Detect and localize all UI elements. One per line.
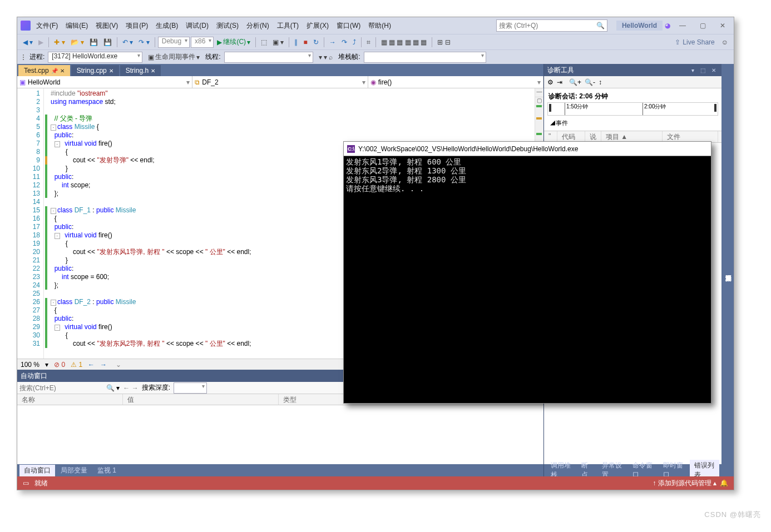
nav-member[interactable]: ◉fire() (368, 76, 543, 88)
menu-item[interactable]: 编辑(E) (62, 19, 91, 33)
menu-item[interactable]: 文件(F) (33, 19, 61, 33)
pause-button[interactable]: ∥ (292, 37, 300, 47)
diag-body: 诊断会话: 2:06 分钟 1:50分钟 2:00分钟 ◢事件 (544, 88, 721, 131)
thread-combo[interactable] (224, 52, 313, 63)
nav-scope[interactable]: ▣HelloWorld (17, 76, 192, 88)
main-toolbar: ◀ ▾ ▶ ✚ ▾ 📂 ▾ 💾 💾 ↶ ▾ ↷ ▾ Debug x86 ▶ 继续… (17, 34, 734, 49)
ready-label: 就绪 (34, 479, 48, 488)
restart-button[interactable]: ↻ (311, 37, 321, 47)
nav-menu[interactable]: ⌄ (116, 361, 121, 369)
tool-a[interactable]: ⬚ (259, 37, 269, 47)
step-out-button[interactable]: ⤴ (350, 37, 358, 47)
gutter: 1234567891011121314151617181920212223242… (17, 88, 44, 359)
step-over-button[interactable]: ↷ (339, 37, 349, 47)
bottom-tabs-right: 调用堆栈断点异常设置命令窗口即时窗口错误列表 (544, 464, 721, 476)
continue-button[interactable]: ▶ 继续(C) ▾ (215, 36, 253, 48)
search-icon[interactable]: 🔍 ▾ (106, 384, 120, 392)
minimize-button[interactable]: — (675, 19, 690, 32)
thread-filter[interactable]: ▾ ▾ ⌕ (317, 52, 335, 62)
split-button[interactable]: — (535, 88, 543, 97)
config-combo[interactable]: Debug (158, 37, 190, 48)
bottom-tab[interactable]: 自动窗口 (19, 465, 55, 476)
new-button[interactable]: ✚ ▾ (52, 37, 67, 47)
bottom-tab[interactable]: 错误列表 (690, 460, 719, 476)
console-window[interactable]: C:\ Y:\002_WorkSpace\002_VS\HelloWorld\H… (343, 141, 711, 404)
diag-events[interactable]: ◢事件 (546, 118, 719, 128)
vs-window: 文件(F)编辑(E)视图(V)项目(P)生成(B)调试(D)测试(S)分析(N)… (17, 17, 734, 490)
window-btns[interactable]: ⊞ ⊟ (435, 37, 452, 47)
bottom-tab[interactable]: 即时窗口 (659, 460, 688, 476)
search-input[interactable] (499, 22, 596, 29)
menu-item[interactable]: 工具(T) (274, 19, 302, 33)
tab[interactable]: String.cpp✕ (71, 65, 119, 76)
nav-fwd-button[interactable]: ▶ (36, 37, 46, 47)
console-icon: C:\ (347, 145, 355, 153)
solution-explorer-tab[interactable]: 解决方案资源管理器 (721, 64, 734, 476)
menu-item[interactable]: 窗口(W) (333, 19, 364, 33)
menu-item[interactable]: 调试(D) (182, 19, 212, 33)
zoom-in-icon[interactable]: 🔍+ (569, 78, 581, 86)
zoom-level[interactable]: 100 % (21, 361, 39, 369)
lifecycle-button[interactable]: ▣ 生命周期事件 ▾ (146, 51, 202, 63)
search-box[interactable]: 🔍 (496, 19, 607, 32)
warning-count[interactable]: ⚠ 1 (71, 361, 82, 369)
gear-icon[interactable]: ⚙ (547, 78, 553, 86)
tab[interactable]: Test.cpp📌✕ (18, 65, 70, 76)
undo-button[interactable]: ↶ ▾ (120, 37, 135, 47)
tool-b[interactable]: ▣ ▾ (270, 37, 286, 47)
menu-item[interactable]: 生成(B) (152, 19, 181, 33)
comment-button[interactable]: ⌗ (364, 37, 373, 47)
account-icon[interactable]: ◕ (665, 22, 670, 29)
zoom-out-icon[interactable]: 🔍- (585, 78, 595, 86)
menu-item[interactable]: 视图(V) (92, 19, 121, 33)
open-button[interactable]: 📂 ▾ (68, 37, 86, 47)
panel-controls[interactable]: ▾ ⬚ ✕ (691, 67, 718, 73)
depth-combo[interactable] (174, 382, 207, 394)
session-value: 2:06 分钟 (579, 92, 607, 100)
reset-zoom-icon[interactable]: ↕ (599, 78, 602, 86)
diag-title: 诊断工具 ▾ ⬚ ✕ (544, 64, 721, 76)
marker-column (44, 88, 50, 359)
notify-icon[interactable]: 🔔 (720, 479, 728, 487)
step-into-button[interactable]: → (327, 37, 338, 47)
error-count[interactable]: ⊘ 0 (54, 361, 65, 369)
menu-item[interactable]: 项目(P) (122, 19, 151, 33)
save-button[interactable]: 💾 (87, 37, 100, 47)
save-all-button[interactable]: 💾 (101, 37, 114, 47)
nav-class[interactable]: ⧉DF_2 (192, 76, 368, 88)
bottom-tab[interactable]: 监视 1 (93, 465, 121, 476)
tab[interactable]: String.h✕ (120, 65, 161, 76)
menu-item[interactable]: 扩展(X) (303, 19, 332, 33)
diag-toolbar: ⚙ ⇥ 🔍+ 🔍- ↕ (544, 76, 721, 88)
platform-combo[interactable]: x86 (191, 37, 214, 48)
redo-button[interactable]: ↷ ▾ (136, 37, 151, 47)
menu-item[interactable]: 测试(S) (213, 19, 242, 33)
bottom-tab[interactable]: 局部变量 (56, 465, 92, 476)
bottom-tab[interactable]: 调用堆栈 (546, 460, 576, 476)
menu-item[interactable]: 帮助(H) (365, 19, 394, 33)
console-titlebar[interactable]: C:\ Y:\002_WorkSpace\002_VS\HelloWorld\H… (344, 142, 711, 156)
indent-btns[interactable]: ▦ ▦ ▦ ▦ ▦ ▦ (379, 37, 429, 47)
maximize-button[interactable]: ▢ (695, 19, 710, 32)
bottom-tab[interactable]: 异常设置 (597, 460, 627, 476)
diag-timeline[interactable]: 1:50分钟 2:00分钟 (547, 102, 718, 116)
vs-logo-icon (21, 21, 31, 31)
out-icon[interactable]: ⇥ (557, 78, 562, 86)
autos-search-input[interactable] (19, 384, 103, 392)
stop-button[interactable]: ■ (301, 37, 309, 47)
bottom-tab[interactable]: 命令窗口 (628, 460, 658, 476)
scm-button[interactable]: ↑ 添加到源代码管理 ▴ (653, 479, 716, 488)
process-combo[interactable]: [3172] HelloWorld.exe (48, 52, 142, 63)
bottom-tab[interactable]: 断点 (577, 460, 596, 476)
console-body[interactable]: 发射东风1导弹, 射程 600 公里 发射东风2导弹, 射程 1300 公里 发… (344, 156, 711, 403)
nav-prev[interactable]: ← (88, 361, 95, 369)
titlebar: 文件(F)编辑(E)视图(V)项目(P)生成(B)调试(D)测试(S)分析(N)… (17, 17, 734, 34)
feedback-icon[interactable]: ☺ (719, 37, 730, 47)
nav-next[interactable]: → (100, 361, 107, 369)
stackframe-combo[interactable] (364, 52, 486, 63)
close-button[interactable]: ✕ (715, 19, 730, 32)
menu-item[interactable]: 分析(N) (243, 19, 273, 33)
nav-back-button[interactable]: ◀ ▾ (21, 37, 35, 47)
tab-strip: Test.cpp📌✕String.cpp✕String.h✕ (17, 64, 543, 76)
live-share-button[interactable]: ⇪ Live Share (671, 37, 718, 47)
